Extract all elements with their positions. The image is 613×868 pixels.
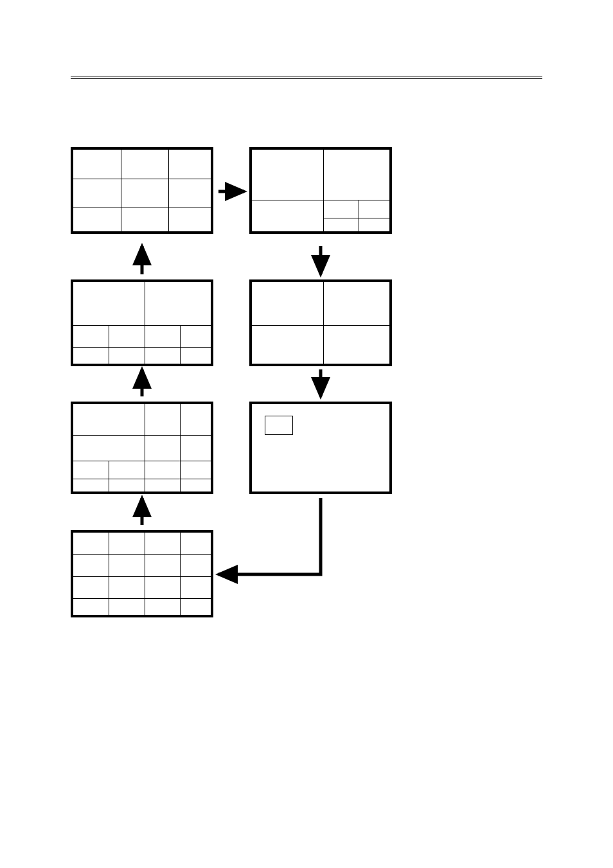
arrow-elbow-7-4 [218,498,321,574]
page: { "diagram": { "boxes": [ { "id": "box1"… [0,0,613,868]
arrows-layer [0,0,613,868]
